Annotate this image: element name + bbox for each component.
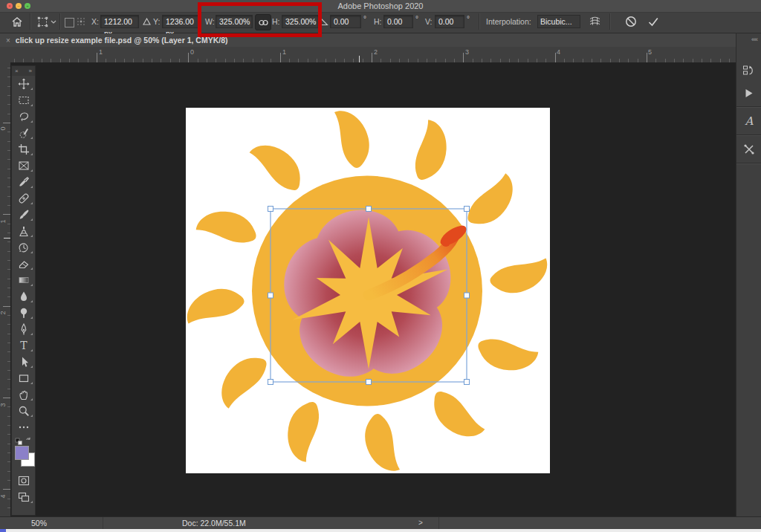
y-label: Y: xyxy=(153,15,160,28)
ruler-label: 2 xyxy=(374,48,378,56)
transform-tool-icon[interactable] xyxy=(36,15,49,28)
ruler-label: 0 xyxy=(0,126,7,130)
width-scale-field[interactable]: 325.00% xyxy=(216,15,253,28)
vertical-ruler[interactable]: 0 1 2 3 4 xyxy=(0,62,11,516)
default-swap-colors-icons[interactable] xyxy=(12,435,35,446)
rotate-angle-icon[interactable] xyxy=(320,15,328,28)
document-size-info: Doc: 22.0M/55.1M xyxy=(182,519,246,528)
ruler-label: 4 xyxy=(557,48,560,56)
height-label: H: xyxy=(272,15,280,28)
h-skew-label: H: xyxy=(374,15,382,28)
divider xyxy=(736,106,761,108)
color-swatches[interactable] xyxy=(12,446,35,473)
pen-tool[interactable] xyxy=(12,321,35,337)
ruler-label: 0 xyxy=(190,48,194,56)
rectangle-shape-tool[interactable] xyxy=(12,370,35,386)
commit-transform-icon[interactable] xyxy=(645,15,661,28)
eraser-tool[interactable] xyxy=(12,256,35,272)
degree-symbol: ° xyxy=(363,15,366,23)
toolbar-expand-icon[interactable]: » xyxy=(29,68,32,74)
ruler-label: 2 xyxy=(0,311,7,314)
window-title: Adobe Photoshop 2020 xyxy=(0,1,761,10)
page-accent xyxy=(0,529,6,532)
titlebar: × − + Adobe Photoshop 2020 xyxy=(0,0,761,13)
clone-stamp-tool[interactable] xyxy=(12,223,35,239)
divider xyxy=(59,13,61,30)
brush-tool[interactable] xyxy=(12,207,35,223)
divider xyxy=(609,13,611,30)
gradient-tool[interactable] xyxy=(12,272,35,288)
warp-mode-icon[interactable] xyxy=(587,15,602,28)
path-selection-tool[interactable] xyxy=(12,354,35,370)
zoom-level-field[interactable]: 50% xyxy=(31,519,47,528)
hand-tool[interactable] xyxy=(12,386,35,403)
status-options-chevron-icon[interactable]: > xyxy=(418,519,423,527)
delta-relative-position-icon[interactable] xyxy=(141,15,152,28)
eyedropper-tool[interactable] xyxy=(12,174,35,190)
rotation-field[interactable]: 0.00 xyxy=(330,15,361,28)
cancel-transform-icon[interactable] xyxy=(623,15,639,28)
history-panel-icon[interactable] xyxy=(736,59,761,82)
interpolation-dropdown[interactable]: Bicubic...⌄ xyxy=(537,15,580,28)
v-skew-field[interactable]: 0.00 xyxy=(435,15,464,28)
chevron-down-icon[interactable] xyxy=(50,15,57,28)
h-skew-field[interactable]: 0.00 xyxy=(383,15,413,28)
y-position-field[interactable]: 1236.00 px xyxy=(162,15,201,28)
collapsed-panels-strip: «« A xyxy=(736,33,761,516)
screen-mode-button[interactable] xyxy=(12,489,35,505)
tool-presets-panel-icon[interactable] xyxy=(736,138,761,160)
ruler-label: 1 xyxy=(0,219,7,223)
x-label: X: xyxy=(91,15,99,28)
history-brush-tool[interactable] xyxy=(12,239,35,256)
foreground-color-swatch[interactable] xyxy=(15,446,29,460)
horizontal-ruler[interactable]: 1 0 1 2 3 4 5 xyxy=(10,47,761,63)
document-tab[interactable]: × click up resize example file.psd @ 50%… xyxy=(0,33,761,47)
document-canvas[interactable] xyxy=(186,108,550,473)
reference-point-icon xyxy=(76,15,86,28)
document-tab-bar: × click up resize example file.psd @ 50%… xyxy=(0,33,761,47)
move-tool[interactable] xyxy=(12,76,35,92)
ruler-label: 3 xyxy=(0,403,7,406)
degree-symbol: ° xyxy=(415,15,418,23)
home-icon[interactable] xyxy=(10,15,24,28)
status-bar: 50% Doc: 22.0M/55.1M > xyxy=(0,516,761,530)
height-scale-field[interactable]: 325.00% xyxy=(282,15,319,28)
ruler-label: 1 xyxy=(282,48,286,56)
toolbar-close-icon[interactable]: × xyxy=(15,68,19,74)
ruler-label: 1 xyxy=(99,48,103,56)
dodge-tool[interactable] xyxy=(12,305,35,321)
divider xyxy=(438,517,439,530)
ruler-label: 4 xyxy=(0,494,7,498)
transform-options-bar: X: 1212.00 px Y: 1236.00 px W: 325.00% H… xyxy=(0,13,761,33)
rectangular-marquee-tool[interactable] xyxy=(12,92,35,108)
ruler-label: 3 xyxy=(465,48,469,56)
close-tab-icon[interactable]: × xyxy=(6,36,10,45)
type-tool[interactable]: T xyxy=(12,337,35,354)
ruler-corner[interactable] xyxy=(0,47,11,63)
canvas-workspace[interactable] xyxy=(10,62,736,516)
toolbar-header: × » xyxy=(12,66,35,76)
quick-mask-mode-button[interactable] xyxy=(12,473,35,489)
actions-panel-icon[interactable] xyxy=(736,82,761,104)
frame-tool[interactable] xyxy=(12,158,35,174)
expand-panels-icon[interactable]: «« xyxy=(736,33,761,43)
svg-text:A: A xyxy=(744,114,754,128)
quick-selection-tool[interactable] xyxy=(12,125,35,141)
spot-healing-brush-tool[interactable] xyxy=(12,190,35,207)
zoom-tool[interactable] xyxy=(12,403,35,419)
character-panel-icon[interactable]: A xyxy=(736,110,761,132)
lasso-tool[interactable] xyxy=(12,108,35,125)
x-position-field[interactable]: 1212.00 px xyxy=(100,15,139,28)
blur-tool[interactable] xyxy=(12,288,35,305)
reference-point-checkbox[interactable] xyxy=(65,18,74,27)
edit-toolbar-ellipsis-icon[interactable] xyxy=(12,419,35,435)
interpolation-value: Bicubic... xyxy=(540,17,572,26)
ruler-label: 5 xyxy=(648,48,652,56)
sun-hibiscus-artwork xyxy=(186,108,550,473)
crop-tool[interactable] xyxy=(12,141,35,158)
divider xyxy=(736,163,761,164)
page-background-strip xyxy=(0,529,761,532)
divider xyxy=(30,13,31,30)
divider xyxy=(736,134,761,136)
maintain-aspect-ratio-link-icon[interactable] xyxy=(255,14,271,30)
